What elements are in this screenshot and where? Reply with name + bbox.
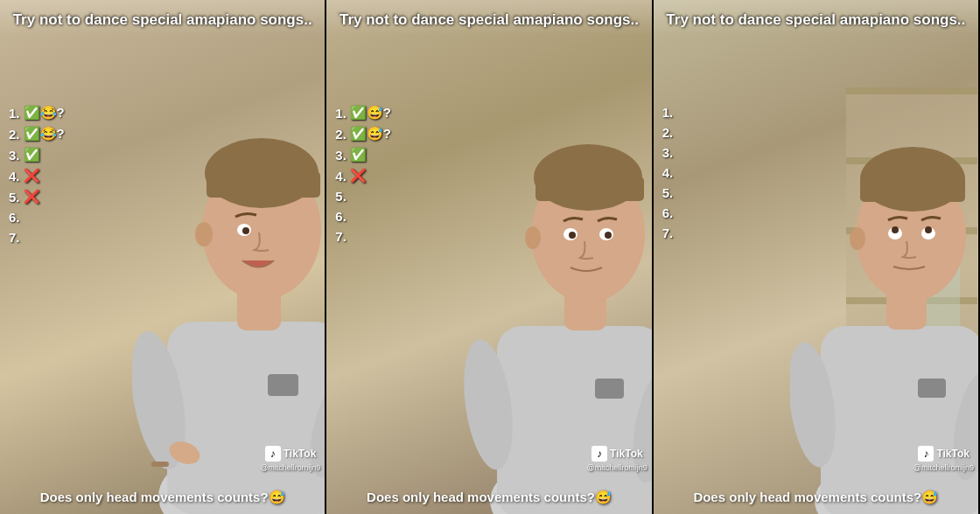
list-item-1-3: 3. ✅ bbox=[9, 147, 65, 163]
tiktok-icon-1: ♪ bbox=[265, 446, 281, 462]
panel-1-bottom-text: Does only head movements counts?😅 bbox=[40, 489, 285, 506]
list-item-1-1: 1. ✅😂? bbox=[9, 105, 65, 121]
list-item-1-5: 5. ❌ bbox=[9, 189, 65, 205]
list-item-2-1: 1. ✅😅? bbox=[335, 105, 391, 121]
list-item-1-7: 7. bbox=[9, 230, 65, 245]
list-item-2-4: 4. ❌ bbox=[335, 168, 391, 184]
panel-2: Try not to dance special amapiano songs.… bbox=[326, 0, 653, 514]
list-item-2-6: 6. bbox=[335, 209, 391, 224]
panel-2-bottom: ♪ TikTok @mitchellromijn9 Does only head… bbox=[326, 489, 651, 506]
panel-3-bottom-text: Does only head movements counts?😅 bbox=[693, 489, 938, 506]
username-2: @mitchellromijn9 bbox=[587, 463, 648, 472]
list-item-2-2: 2. ✅😅? bbox=[335, 126, 391, 142]
list-item-1-2: 2. ✅😂? bbox=[9, 126, 65, 142]
tiktok-label-1: TikTok bbox=[284, 448, 317, 460]
list-item-3-6: 6. bbox=[662, 205, 674, 220]
panel-3: Try not to dance special amapiano songs.… bbox=[654, 0, 980, 514]
list-item-3-2: 2. bbox=[662, 125, 674, 140]
panel-2-bottom-text: Does only head movements counts?😅 bbox=[367, 489, 612, 506]
list-item-1-4: 4. ❌ bbox=[9, 168, 65, 184]
list-item-2-7: 7. bbox=[335, 229, 391, 244]
panel-3-overlay: Try not to dance special amapiano songs.… bbox=[654, 0, 978, 514]
list-item-2-5: 5. bbox=[335, 189, 391, 204]
list-item-2-3: 3. ✅ bbox=[335, 147, 391, 163]
panel-1-title: Try not to dance special amapiano songs.… bbox=[9, 10, 316, 30]
username-1: @mitchellromijn9 bbox=[260, 463, 320, 472]
list-item-3-4: 4. bbox=[662, 165, 674, 180]
panel-2-title: Try not to dance special amapiano songs.… bbox=[335, 10, 642, 30]
list-item-1-6: 6. bbox=[9, 210, 65, 225]
tiktok-badge-1: ♪ TikTok bbox=[265, 446, 317, 462]
tiktok-badge-2: ♪ TikTok bbox=[592, 446, 643, 462]
panel-2-list: 1. ✅😅? 2. ✅😅? 3. ✅ 4. ❌ 5. 6. 7. bbox=[335, 105, 391, 244]
tiktok-label-3: TikTok bbox=[936, 448, 970, 460]
panel-1-bottom: ♪ TikTok @mitchellromijn9 Does only head… bbox=[0, 489, 325, 506]
list-item-3-5: 5. bbox=[662, 185, 674, 200]
tiktok-icon-2: ♪ bbox=[592, 446, 607, 462]
list-item-3-1: 1. bbox=[662, 105, 674, 120]
username-3: @mitchellromijn9 bbox=[914, 463, 974, 472]
list-item-3-3: 3. bbox=[662, 145, 674, 160]
panel-1-list: 1. ✅😂? 2. ✅😂? 3. ✅ 4. ❌ 5. ❌ 6. 7. bbox=[9, 105, 65, 245]
panel-2-overlay: Try not to dance special amapiano songs.… bbox=[326, 0, 651, 514]
panel-3-bottom: ♪ TikTok @mitchellromijn9 Does only head… bbox=[654, 489, 978, 506]
list-item-3-7: 7. bbox=[662, 226, 674, 240]
panel-1: Try not to dance special amapiano songs.… bbox=[0, 0, 326, 514]
tiktok-label-2: TikTok bbox=[610, 448, 643, 460]
tiktok-badge-3: ♪ TikTok bbox=[918, 446, 970, 462]
panel-1-overlay: Try not to dance special amapiano songs.… bbox=[0, 0, 325, 514]
tiktok-icon-3: ♪ bbox=[918, 446, 934, 462]
panel-3-list: 1. 2. 3. 4. 5. 6. 7. bbox=[662, 105, 674, 240]
panel-3-title: Try not to dance special amapiano songs.… bbox=[662, 10, 970, 30]
